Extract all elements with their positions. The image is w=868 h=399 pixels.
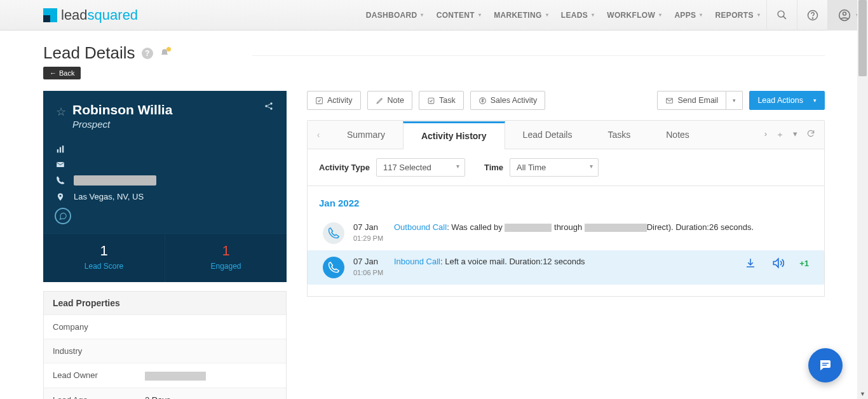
- send-email-split: Send Email ▾: [657, 91, 743, 110]
- engaged-stat[interactable]: 1 Engaged: [165, 234, 287, 282]
- tab-lead-details[interactable]: Lead Details: [505, 121, 590, 149]
- scroll-down-icon[interactable]: ▼: [857, 388, 868, 399]
- scrollbar-thumb[interactable]: [858, 0, 867, 76]
- tab-tasks[interactable]: Tasks: [590, 121, 648, 149]
- back-button[interactable]: ←Back: [43, 67, 81, 79]
- tab-notes[interactable]: Notes: [648, 121, 707, 149]
- time-select[interactable]: All Time: [510, 158, 599, 177]
- page-title: Lead Details: [43, 43, 135, 63]
- activity-description: Inbound Call: Left a voice mail. Duratio…: [394, 257, 736, 266]
- activity-button[interactable]: Activity: [307, 91, 361, 110]
- send-email-dropdown[interactable]: ▾: [726, 91, 743, 110]
- month-header: Jan 2022: [319, 198, 813, 208]
- task-button[interactable]: Task: [419, 91, 464, 110]
- svg-rect-12: [57, 162, 64, 167]
- share-icon[interactable]: [264, 101, 274, 111]
- outbound-call-icon: [323, 222, 344, 244]
- expand-count[interactable]: +1: [799, 259, 809, 268]
- phone-masked: [74, 175, 156, 186]
- lead-name: Robinson Willia: [72, 102, 172, 118]
- chevron-down-icon: ▾: [421, 12, 423, 18]
- nav-leads[interactable]: LEADS▾: [555, 0, 600, 30]
- prop-lead-owner: Lead Owner: [44, 363, 286, 388]
- activity-link[interactable]: Outbound Call: [394, 222, 447, 232]
- masked-value: [145, 372, 206, 381]
- help-button[interactable]: [797, 0, 827, 30]
- svg-point-0: [778, 11, 784, 17]
- nav-apps[interactable]: APPS▾: [668, 0, 709, 30]
- activity-date: 07 Jan: [353, 222, 385, 232]
- activity-date: 07 Jan: [353, 257, 385, 266]
- chevron-down-icon: ▾: [813, 97, 817, 104]
- download-icon[interactable]: [745, 257, 756, 269]
- nav-marketing[interactable]: MARKETING▾: [487, 0, 555, 30]
- email-icon: [665, 97, 674, 105]
- help-icon[interactable]: ?: [142, 48, 153, 59]
- nav-content[interactable]: CONTENT▾: [430, 0, 487, 30]
- tab-activity-history[interactable]: Activity History: [403, 121, 505, 149]
- task-icon: [427, 97, 435, 105]
- activity-time: 01:06 PM: [353, 269, 385, 276]
- lead-actions-button[interactable]: Lead Actions▾: [749, 91, 825, 110]
- chevron-down-icon: ▾: [659, 12, 661, 18]
- brand-logo[interactable]: leadsquared: [43, 7, 138, 24]
- filters: Activity Type 117 Selected Time All Time: [307, 149, 825, 186]
- brand-text-a: lead: [61, 7, 88, 23]
- search-button[interactable]: [766, 0, 797, 30]
- activity-time: 01:29 PM: [353, 234, 385, 242]
- prop-lead-age: Lead Age2 Days: [44, 388, 286, 399]
- audio-icon[interactable]: [771, 257, 784, 269]
- bell-icon[interactable]: [159, 48, 170, 58]
- svg-rect-19: [822, 365, 827, 366]
- divider: [252, 55, 825, 56]
- send-email-button[interactable]: Send Email: [657, 91, 726, 110]
- svg-line-1: [783, 17, 786, 19]
- svg-point-5: [843, 12, 846, 15]
- activity-link[interactable]: Inbound Call: [394, 257, 440, 266]
- note-button[interactable]: Note: [367, 91, 412, 110]
- time-label: Time: [484, 163, 503, 172]
- nav-workflow[interactable]: WORKFLOW▾: [600, 0, 668, 30]
- chevron-down-icon: ▾: [757, 12, 760, 18]
- chat-fab[interactable]: [808, 348, 843, 382]
- help-icon: [807, 10, 818, 21]
- nav-items: DASHBOARD▾ CONTENT▾ MARKETING▾ LEADS▾ WO…: [360, 0, 766, 30]
- svg-rect-18: [822, 363, 829, 364]
- chevron-down-icon: ▾: [478, 12, 481, 18]
- activity-row[interactable]: 07 Jan 01:06 PM Inbound Call: Left a voi…: [308, 250, 824, 285]
- lead-stage: Prospect: [72, 119, 172, 130]
- chevron-down-icon: ▾: [546, 12, 548, 18]
- chart-icon: [56, 145, 66, 154]
- lead-score-stat[interactable]: 1 Lead Score: [43, 234, 165, 282]
- dollar-icon: [478, 97, 487, 105]
- tab-menu-icon[interactable]: ▾: [793, 129, 797, 140]
- masked-text: [505, 224, 552, 232]
- svg-rect-10: [60, 147, 61, 153]
- activity-row[interactable]: 07 Jan 01:29 PM Outbound Call: Was calle…: [319, 216, 813, 250]
- tab-scroll-right[interactable]: ›: [764, 129, 767, 140]
- search-icon: [776, 10, 787, 20]
- chat-icon[interactable]: [55, 208, 71, 224]
- add-tab-icon[interactable]: ＋: [776, 129, 784, 140]
- note-icon: [376, 97, 384, 105]
- sales-activity-button[interactable]: Sales Activity: [470, 91, 546, 110]
- tabs: ‹ Summary Activity History Lead Details …: [307, 120, 825, 149]
- svg-point-6: [265, 105, 267, 107]
- tab-scroll-left[interactable]: ‹: [308, 130, 329, 140]
- star-icon[interactable]: ☆: [56, 105, 66, 130]
- tab-summary[interactable]: Summary: [329, 121, 403, 149]
- svg-rect-11: [62, 145, 64, 152]
- activity-history: Jan 2022 07 Jan 01:29 PM Outbound Call: …: [307, 186, 825, 297]
- nav-dashboard[interactable]: DASHBOARD▾: [360, 0, 430, 30]
- lead-card: ☆ Robinson Willia Prospect Las Vegas, NV…: [43, 91, 287, 282]
- svg-rect-15: [428, 98, 434, 104]
- activity-type-select[interactable]: 117 Selected: [376, 158, 465, 177]
- nav-reports[interactable]: REPORTS▾: [709, 0, 766, 30]
- refresh-icon[interactable]: [806, 129, 815, 140]
- user-icon: [838, 9, 851, 22]
- activity-icon: [315, 97, 323, 105]
- location-icon: [56, 193, 66, 201]
- svg-point-3: [812, 17, 813, 18]
- scrollbar[interactable]: ▲ ▼: [857, 0, 868, 399]
- masked-text: [585, 224, 647, 232]
